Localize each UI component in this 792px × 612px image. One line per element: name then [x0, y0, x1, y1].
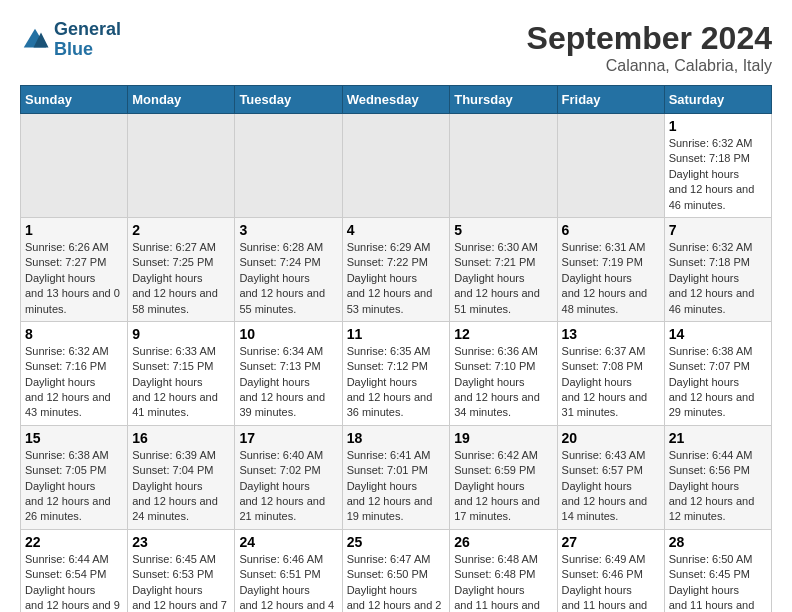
day-info: Sunrise: 6:38 AM Sunset: 7:07 PM Dayligh…	[669, 344, 767, 421]
calendar-cell: 8 Sunrise: 6:32 AM Sunset: 7:16 PM Dayli…	[21, 321, 128, 425]
day-header-monday: Monday	[128, 86, 235, 114]
calendar-cell: 27 Sunrise: 6:49 AM Sunset: 6:46 PM Dayl…	[557, 529, 664, 612]
day-info: Sunrise: 6:26 AM Sunset: 7:27 PM Dayligh…	[25, 240, 123, 317]
day-number: 1	[25, 222, 123, 238]
day-header-thursday: Thursday	[450, 86, 557, 114]
day-header-friday: Friday	[557, 86, 664, 114]
calendar-cell: 12 Sunrise: 6:36 AM Sunset: 7:10 PM Dayl…	[450, 321, 557, 425]
calendar-cell	[557, 114, 664, 218]
day-number: 22	[25, 534, 123, 550]
calendar-cell: 18 Sunrise: 6:41 AM Sunset: 7:01 PM Dayl…	[342, 425, 450, 529]
day-number: 5	[454, 222, 552, 238]
day-info: Sunrise: 6:45 AM Sunset: 6:53 PM Dayligh…	[132, 552, 230, 612]
calendar-cell	[21, 114, 128, 218]
calendar-cell: 19 Sunrise: 6:42 AM Sunset: 6:59 PM Dayl…	[450, 425, 557, 529]
calendar-cell: 6 Sunrise: 6:31 AM Sunset: 7:19 PM Dayli…	[557, 217, 664, 321]
day-info: Sunrise: 6:48 AM Sunset: 6:48 PM Dayligh…	[454, 552, 552, 612]
day-info: Sunrise: 6:41 AM Sunset: 7:01 PM Dayligh…	[347, 448, 446, 525]
calendar-cell	[235, 114, 342, 218]
day-info: Sunrise: 6:34 AM Sunset: 7:13 PM Dayligh…	[239, 344, 337, 421]
day-number: 9	[132, 326, 230, 342]
day-info: Sunrise: 6:39 AM Sunset: 7:04 PM Dayligh…	[132, 448, 230, 525]
calendar-cell: 20 Sunrise: 6:43 AM Sunset: 6:57 PM Dayl…	[557, 425, 664, 529]
calendar-cell: 15 Sunrise: 6:38 AM Sunset: 7:05 PM Dayl…	[21, 425, 128, 529]
location: Calanna, Calabria, Italy	[527, 57, 772, 75]
day-info: Sunrise: 6:28 AM Sunset: 7:24 PM Dayligh…	[239, 240, 337, 317]
day-number: 17	[239, 430, 337, 446]
calendar-cell: 25 Sunrise: 6:47 AM Sunset: 6:50 PM Dayl…	[342, 529, 450, 612]
calendar-table: SundayMondayTuesdayWednesdayThursdayFrid…	[20, 85, 772, 612]
calendar-cell: 24 Sunrise: 6:46 AM Sunset: 6:51 PM Dayl…	[235, 529, 342, 612]
day-number: 1	[669, 118, 767, 134]
day-info: Sunrise: 6:32 AM Sunset: 7:18 PM Dayligh…	[669, 240, 767, 317]
day-number: 25	[347, 534, 446, 550]
calendar-body: 1 Sunrise: 6:32 AM Sunset: 7:18 PM Dayli…	[21, 114, 772, 613]
day-number: 10	[239, 326, 337, 342]
calendar-week-row: 8 Sunrise: 6:32 AM Sunset: 7:16 PM Dayli…	[21, 321, 772, 425]
calendar-cell: 5 Sunrise: 6:30 AM Sunset: 7:21 PM Dayli…	[450, 217, 557, 321]
day-number: 27	[562, 534, 660, 550]
day-number: 8	[25, 326, 123, 342]
day-number: 13	[562, 326, 660, 342]
day-info: Sunrise: 6:29 AM Sunset: 7:22 PM Dayligh…	[347, 240, 446, 317]
day-info: Sunrise: 6:35 AM Sunset: 7:12 PM Dayligh…	[347, 344, 446, 421]
day-number: 18	[347, 430, 446, 446]
calendar-cell	[342, 114, 450, 218]
calendar-cell: 10 Sunrise: 6:34 AM Sunset: 7:13 PM Dayl…	[235, 321, 342, 425]
day-info: Sunrise: 6:31 AM Sunset: 7:19 PM Dayligh…	[562, 240, 660, 317]
day-number: 14	[669, 326, 767, 342]
day-number: 11	[347, 326, 446, 342]
day-info: Sunrise: 6:27 AM Sunset: 7:25 PM Dayligh…	[132, 240, 230, 317]
calendar-cell: 2 Sunrise: 6:27 AM Sunset: 7:25 PM Dayli…	[128, 217, 235, 321]
calendar-week-row: 1 Sunrise: 6:32 AM Sunset: 7:18 PM Dayli…	[21, 114, 772, 218]
day-number: 3	[239, 222, 337, 238]
day-number: 2	[132, 222, 230, 238]
day-info: Sunrise: 6:40 AM Sunset: 7:02 PM Dayligh…	[239, 448, 337, 525]
day-info: Sunrise: 6:30 AM Sunset: 7:21 PM Dayligh…	[454, 240, 552, 317]
day-info: Sunrise: 6:42 AM Sunset: 6:59 PM Dayligh…	[454, 448, 552, 525]
day-info: Sunrise: 6:33 AM Sunset: 7:15 PM Dayligh…	[132, 344, 230, 421]
day-info: Sunrise: 6:37 AM Sunset: 7:08 PM Dayligh…	[562, 344, 660, 421]
day-number: 4	[347, 222, 446, 238]
calendar-cell: 1 Sunrise: 6:32 AM Sunset: 7:18 PM Dayli…	[664, 114, 771, 218]
calendar-cell: 3 Sunrise: 6:28 AM Sunset: 7:24 PM Dayli…	[235, 217, 342, 321]
day-info: Sunrise: 6:32 AM Sunset: 7:18 PM Dayligh…	[669, 136, 767, 213]
calendar-cell: 13 Sunrise: 6:37 AM Sunset: 7:08 PM Dayl…	[557, 321, 664, 425]
day-number: 6	[562, 222, 660, 238]
month-title: September 2024	[527, 20, 772, 57]
day-header-tuesday: Tuesday	[235, 86, 342, 114]
calendar-cell	[450, 114, 557, 218]
day-info: Sunrise: 6:49 AM Sunset: 6:46 PM Dayligh…	[562, 552, 660, 612]
calendar-cell: 16 Sunrise: 6:39 AM Sunset: 7:04 PM Dayl…	[128, 425, 235, 529]
day-number: 20	[562, 430, 660, 446]
calendar-cell: 14 Sunrise: 6:38 AM Sunset: 7:07 PM Dayl…	[664, 321, 771, 425]
calendar-cell: 1 Sunrise: 6:26 AM Sunset: 7:27 PM Dayli…	[21, 217, 128, 321]
day-number: 21	[669, 430, 767, 446]
calendar-cell: 4 Sunrise: 6:29 AM Sunset: 7:22 PM Dayli…	[342, 217, 450, 321]
calendar-cell: 26 Sunrise: 6:48 AM Sunset: 6:48 PM Dayl…	[450, 529, 557, 612]
title-block: September 2024 Calanna, Calabria, Italy	[527, 20, 772, 75]
day-number: 19	[454, 430, 552, 446]
calendar-cell: 21 Sunrise: 6:44 AM Sunset: 6:56 PM Dayl…	[664, 425, 771, 529]
calendar-cell: 9 Sunrise: 6:33 AM Sunset: 7:15 PM Dayli…	[128, 321, 235, 425]
day-number: 12	[454, 326, 552, 342]
calendar-cell: 11 Sunrise: 6:35 AM Sunset: 7:12 PM Dayl…	[342, 321, 450, 425]
calendar-cell: 7 Sunrise: 6:32 AM Sunset: 7:18 PM Dayli…	[664, 217, 771, 321]
calendar-cell: 28 Sunrise: 6:50 AM Sunset: 6:45 PM Dayl…	[664, 529, 771, 612]
calendar-header-row: SundayMondayTuesdayWednesdayThursdayFrid…	[21, 86, 772, 114]
calendar-cell: 17 Sunrise: 6:40 AM Sunset: 7:02 PM Dayl…	[235, 425, 342, 529]
day-info: Sunrise: 6:38 AM Sunset: 7:05 PM Dayligh…	[25, 448, 123, 525]
calendar-week-row: 22 Sunrise: 6:44 AM Sunset: 6:54 PM Dayl…	[21, 529, 772, 612]
day-header-sunday: Sunday	[21, 86, 128, 114]
day-number: 15	[25, 430, 123, 446]
day-info: Sunrise: 6:46 AM Sunset: 6:51 PM Dayligh…	[239, 552, 337, 612]
day-number: 23	[132, 534, 230, 550]
logo-text: GeneralBlue	[54, 20, 121, 60]
day-number: 24	[239, 534, 337, 550]
day-info: Sunrise: 6:43 AM Sunset: 6:57 PM Dayligh…	[562, 448, 660, 525]
calendar-cell	[128, 114, 235, 218]
day-number: 7	[669, 222, 767, 238]
day-info: Sunrise: 6:36 AM Sunset: 7:10 PM Dayligh…	[454, 344, 552, 421]
calendar-week-row: 1 Sunrise: 6:26 AM Sunset: 7:27 PM Dayli…	[21, 217, 772, 321]
day-number: 26	[454, 534, 552, 550]
